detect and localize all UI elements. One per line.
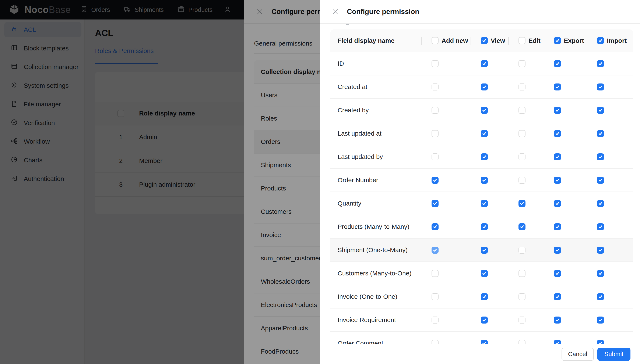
checkbox-import[interactable] <box>597 130 604 137</box>
checkbox-add-new[interactable] <box>432 154 439 160</box>
permission-cell-edit <box>508 76 544 98</box>
column-header-export: Export <box>544 30 587 52</box>
checkbox-view[interactable] <box>481 177 488 184</box>
checkbox-view[interactable] <box>481 316 488 324</box>
checkbox-view[interactable] <box>481 270 488 277</box>
drawer-title: Configure permission <box>347 8 419 16</box>
checkbox-add-new[interactable] <box>432 84 439 90</box>
submit-button[interactable]: Submit <box>597 348 630 361</box>
permission-cell-view <box>471 99 508 122</box>
checkbox-import[interactable] <box>597 154 604 160</box>
checkbox-add-new[interactable] <box>432 293 439 300</box>
checkbox-edit[interactable] <box>518 246 525 254</box>
checkbox-add-new[interactable] <box>432 246 439 254</box>
permission-cell-add-new <box>421 308 471 331</box>
column-header-view: View <box>471 30 508 52</box>
column-checkbox-add-new[interactable] <box>432 37 439 44</box>
checkbox-add-new[interactable] <box>432 130 439 137</box>
checkbox-export[interactable] <box>554 246 561 254</box>
checkbox-add-new[interactable] <box>432 60 439 67</box>
permission-cell-import <box>587 99 633 122</box>
permission-cell-add-new <box>421 99 471 122</box>
checkbox-add-new[interactable] <box>432 200 439 207</box>
checkbox-export[interactable] <box>554 130 561 137</box>
checkbox-view[interactable] <box>481 200 488 207</box>
checkbox-edit[interactable] <box>518 130 525 137</box>
permission-cell-add-new <box>421 192 471 215</box>
permission-cell-add-new <box>421 76 471 98</box>
field-display-name: Shipment (One-to-Many) <box>331 246 421 254</box>
permission-cell-export <box>544 192 587 215</box>
checkbox-export[interactable] <box>554 107 561 114</box>
permission-cell-import <box>587 76 633 98</box>
checkbox-edit[interactable] <box>518 223 525 230</box>
checkbox-view[interactable] <box>481 130 488 137</box>
checkbox-import[interactable] <box>597 223 604 230</box>
permission-cell-import <box>587 122 633 145</box>
field-row-invoice-one-to-one-: Invoice (One-to-One) <box>331 285 633 308</box>
column-checkbox-export[interactable] <box>554 37 561 44</box>
checkbox-import[interactable] <box>597 200 604 207</box>
permission-cell-export <box>544 238 587 262</box>
checkbox-edit[interactable] <box>518 154 525 160</box>
checkbox-edit[interactable] <box>518 177 525 184</box>
checkbox-export[interactable] <box>554 270 561 277</box>
permission-cell-view <box>471 52 508 75</box>
checkbox-add-new[interactable] <box>432 107 439 114</box>
checkbox-import[interactable] <box>597 316 604 324</box>
permission-cell-export <box>544 122 587 145</box>
field-display-name: Customers (Many-to-One) <box>331 270 421 277</box>
checkbox-export[interactable] <box>554 200 561 207</box>
checkbox-import[interactable] <box>597 107 604 114</box>
drawer-header: Configure permission <box>320 0 640 24</box>
checkbox-export[interactable] <box>554 293 561 300</box>
permission-cell-edit <box>508 215 544 238</box>
checkbox-add-new[interactable] <box>432 177 439 184</box>
checkbox-export[interactable] <box>554 223 561 230</box>
permission-cell-view <box>471 145 508 168</box>
permission-cell-add-new <box>421 169 471 192</box>
checkbox-import[interactable] <box>597 60 604 67</box>
checkbox-export[interactable] <box>554 316 561 324</box>
checkbox-import[interactable] <box>597 270 604 277</box>
permission-cell-add-new <box>421 285 471 308</box>
checkbox-edit[interactable] <box>518 270 525 277</box>
checkbox-add-new[interactable] <box>432 223 439 230</box>
checkbox-view[interactable] <box>481 293 488 300</box>
column-checkbox-import[interactable] <box>597 37 604 44</box>
checkbox-view[interactable] <box>481 246 488 254</box>
checkbox-add-new[interactable] <box>432 316 439 324</box>
field-row-invoice-requirement: Invoice Requirement <box>331 308 633 332</box>
field-row-shipment-one-to-many-: Shipment (One-to-Many) <box>331 238 633 262</box>
permission-cell-import <box>587 169 633 192</box>
checkbox-edit[interactable] <box>518 107 525 114</box>
checkbox-edit[interactable] <box>518 293 525 300</box>
field-display-name: Order Number <box>331 176 421 184</box>
checkbox-view[interactable] <box>481 223 488 230</box>
permission-cell-export <box>544 169 587 192</box>
checkbox-export[interactable] <box>554 177 561 184</box>
checkbox-view[interactable] <box>481 107 488 114</box>
checkbox-export[interactable] <box>554 84 561 90</box>
checkbox-view[interactable] <box>481 60 488 67</box>
permission-cell-edit <box>508 145 544 168</box>
drawer-configure-permission: Configure permission Field display nameA… <box>320 0 640 364</box>
checkbox-edit[interactable] <box>518 200 525 207</box>
permission-cell-edit <box>508 122 544 145</box>
close-icon[interactable] <box>332 8 339 15</box>
column-checkbox-view[interactable] <box>481 37 488 44</box>
checkbox-edit[interactable] <box>518 60 525 67</box>
checkbox-import[interactable] <box>597 84 604 90</box>
checkbox-export[interactable] <box>554 60 561 67</box>
checkbox-import[interactable] <box>597 177 604 184</box>
checkbox-import[interactable] <box>597 246 604 254</box>
checkbox-edit[interactable] <box>518 84 525 90</box>
checkbox-view[interactable] <box>481 84 488 90</box>
checkbox-export[interactable] <box>554 154 561 160</box>
checkbox-import[interactable] <box>597 293 604 300</box>
checkbox-add-new[interactable] <box>432 270 439 277</box>
cancel-button[interactable]: Cancel <box>561 348 594 361</box>
checkbox-edit[interactable] <box>518 316 525 324</box>
column-checkbox-edit[interactable] <box>518 37 525 44</box>
checkbox-view[interactable] <box>481 154 488 160</box>
